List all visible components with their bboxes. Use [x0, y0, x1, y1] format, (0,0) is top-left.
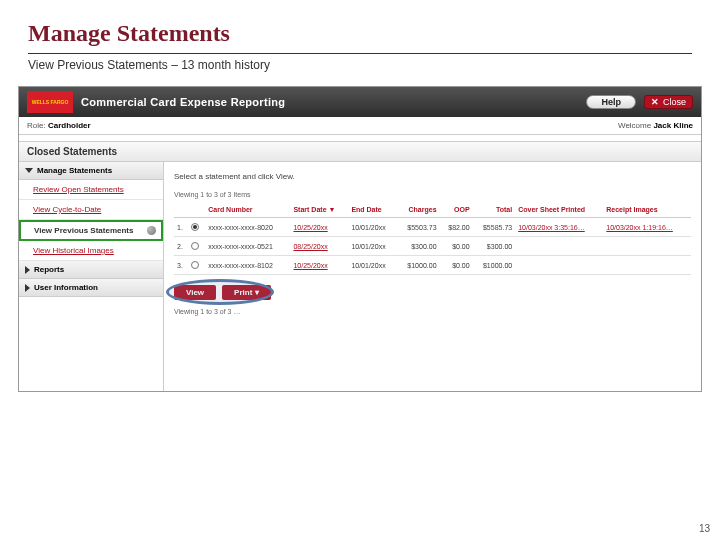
slide-subtitle: View Previous Statements – 13 month hist… [0, 58, 720, 86]
start-link[interactable]: 10/25/20xx [293, 224, 327, 231]
sidebar-head-reports[interactable]: Reports [19, 261, 163, 279]
welcome-user: Jack Kline [653, 121, 693, 130]
cell-end: 10/01/20xx [348, 237, 397, 256]
role-block: Role: Cardholder [27, 121, 91, 130]
cell-end: 10/01/20xx [348, 256, 397, 275]
sidebar-item-review-open[interactable]: Review Open Statements [19, 180, 163, 200]
chevron-right-icon [25, 266, 30, 274]
col-cover[interactable]: Cover Sheet Printed [515, 202, 603, 218]
radio-icon[interactable] [191, 242, 199, 250]
chevron-right-icon [25, 284, 30, 292]
cell-start[interactable]: 10/25/20xx [290, 256, 348, 275]
cell-receipt [603, 256, 691, 275]
cell-num: 3. [174, 256, 188, 275]
col-sel [188, 202, 205, 218]
sidebar-head-manage[interactable]: Manage Statements [19, 162, 163, 180]
col-oop[interactable]: OOP [440, 202, 473, 218]
close-button[interactable]: ✕ Close [644, 95, 693, 109]
sidebar-item-historical-images[interactable]: View Historical Images [19, 241, 163, 261]
cell-charges: $1000.00 [397, 256, 440, 275]
role-bar: Role: Cardholder Welcome Jack Kline [19, 117, 701, 135]
main-panel: Select a statement and click View. Viewi… [164, 162, 701, 391]
close-icon: ✕ [651, 97, 659, 107]
col-charges[interactable]: Charges [397, 202, 440, 218]
cell-receipt [603, 237, 691, 256]
cell-cover [515, 256, 603, 275]
radio-icon[interactable] [191, 261, 199, 269]
chevron-down-icon [25, 168, 33, 173]
cell-total: $300.00 [473, 237, 516, 256]
col-end[interactable]: End Date [348, 202, 397, 218]
receipt-link[interactable]: 10/03/20xx 1:19:16… [606, 224, 673, 231]
page-number: 13 [699, 523, 710, 534]
sidebar-link[interactable]: Review Open Statements [33, 185, 124, 194]
cell-oop: $82.00 [440, 218, 473, 237]
col-start-label: Start Date [293, 206, 326, 213]
cell-cover [515, 237, 603, 256]
instruction-text: Select a statement and click View. [174, 172, 691, 181]
table-body: 1. xxxx-xxxx-xxxx-8020 10/25/20xx 10/01/… [174, 218, 691, 275]
sidebar-item-cycle-to-date[interactable]: View Cycle-to-Date [19, 200, 163, 220]
sidebar: Manage Statements Review Open Statements… [19, 162, 164, 391]
view-button[interactable]: View [174, 285, 216, 300]
col-card[interactable]: Card Number [205, 202, 290, 218]
chevron-down-icon: ▾ [255, 288, 259, 297]
sidebar-link[interactable]: View Historical Images [33, 246, 114, 255]
cell-oop: $0.00 [440, 256, 473, 275]
paging-bottom: Viewing 1 to 3 of 3 … [174, 308, 691, 315]
statements-table: Card Number Start Date ▼ End Date Charge… [174, 202, 691, 275]
cell-total: $1000.00 [473, 256, 516, 275]
cell-start[interactable]: 08/25/20xx [290, 237, 348, 256]
cell-card: xxxx-xxxx-xxxx-8102 [205, 256, 290, 275]
col-start[interactable]: Start Date ▼ [290, 202, 348, 218]
sidebar-item-view-previous[interactable]: View Previous Statements [19, 220, 163, 241]
table-row: 3. xxxx-xxxx-xxxx-8102 10/25/20xx 10/01/… [174, 256, 691, 275]
col-total[interactable]: Total [473, 202, 516, 218]
current-indicator-icon [147, 226, 156, 235]
sidebar-head-label: Manage Statements [37, 166, 112, 175]
cell-charges: $300.00 [397, 237, 440, 256]
cell-num: 2. [174, 237, 188, 256]
help-button[interactable]: Help [586, 95, 636, 109]
cell-oop: $0.00 [440, 237, 473, 256]
print-label: Print [234, 288, 252, 297]
sidebar-link-current: View Previous Statements [34, 226, 133, 235]
role-label: Role: [27, 121, 46, 130]
app-name: Commercial Card Expense Reporting [81, 96, 285, 108]
cell-cover: 10/03/20xx 3:35:16… [515, 218, 603, 237]
section-title: Closed Statements [19, 141, 701, 162]
table-header-row: Card Number Start Date ▼ End Date Charge… [174, 202, 691, 218]
app-frame: WELLS FARGO Commercial Card Expense Repo… [18, 86, 702, 392]
sidebar-head-label: User Information [34, 283, 98, 292]
action-bar: View Print ▾ [174, 285, 691, 300]
cover-link[interactable]: 10/03/20xx 3:35:16… [518, 224, 585, 231]
cell-start[interactable]: 10/25/20xx [290, 218, 348, 237]
cell-card: xxxx-xxxx-xxxx-8020 [205, 218, 290, 237]
title-underline [28, 53, 692, 54]
close-label: Close [663, 97, 686, 107]
sidebar-link[interactable]: View Cycle-to-Date [33, 205, 101, 214]
cell-end: 10/01/20xx [348, 218, 397, 237]
col-receipt[interactable]: Receipt Images [603, 202, 691, 218]
wells-fargo-logo: WELLS FARGO [27, 91, 73, 113]
role-value: Cardholder [48, 121, 91, 130]
start-link[interactable]: 08/25/20xx [293, 243, 327, 250]
sidebar-head-label: Reports [34, 265, 64, 274]
cell-num: 1. [174, 218, 188, 237]
welcome-label: Welcome [618, 121, 651, 130]
paging-top: Viewing 1 to 3 of 3 Items [174, 191, 691, 198]
start-link[interactable]: 10/25/20xx [293, 262, 327, 269]
cell-select[interactable] [188, 237, 205, 256]
sidebar-head-user-info[interactable]: User Information [19, 279, 163, 297]
cell-charges: $5503.73 [397, 218, 440, 237]
radio-icon[interactable] [191, 223, 199, 231]
top-bar: WELLS FARGO Commercial Card Expense Repo… [19, 87, 701, 117]
table-row: 1. xxxx-xxxx-xxxx-8020 10/25/20xx 10/01/… [174, 218, 691, 237]
sort-desc-icon: ▼ [328, 206, 335, 213]
slide-title: Manage Statements [0, 0, 720, 51]
cell-select[interactable] [188, 256, 205, 275]
col-num [174, 202, 188, 218]
welcome-block: Welcome Jack Kline [618, 121, 693, 130]
cell-select[interactable] [188, 218, 205, 237]
print-button[interactable]: Print ▾ [222, 285, 270, 300]
